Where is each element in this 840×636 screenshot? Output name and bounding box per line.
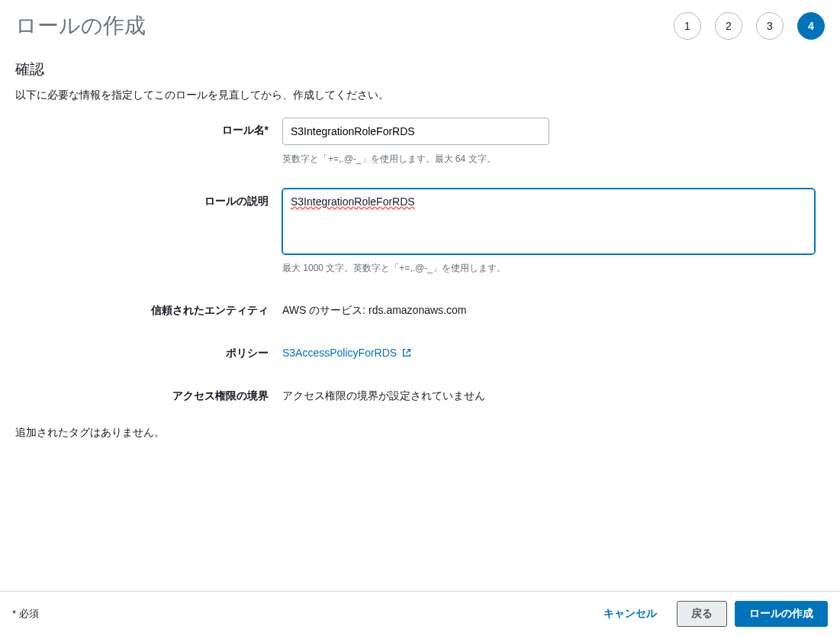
external-link-icon [401,347,412,358]
role-name-input[interactable] [282,118,549,145]
footer: * 必須 キャンセル 戻る ロールの作成 [0,591,840,636]
create-role-button[interactable]: ロールの作成 [735,601,828,627]
back-button[interactable]: 戻る [677,601,727,627]
cancel-button[interactable]: キャンセル [591,601,669,627]
page-title: ロールの作成 [15,11,146,40]
step-4[interactable]: 4 [797,12,825,40]
stepper: 1 2 3 4 [674,12,825,40]
section-title: 確認 [0,40,840,89]
permissions-boundary-value: アクセス権限の境界が設定されていません [282,383,825,403]
permissions-boundary-label: アクセス権限の境界 [0,383,282,403]
step-1[interactable]: 1 [674,12,701,40]
policies-label: ポリシー [0,341,282,360]
role-description-label: ロールの説明 [0,189,282,208]
trusted-entities-label: 信頼されたエンティティ [0,298,282,318]
policy-link[interactable]: S3AccessPolicyForRDS [282,341,412,359]
role-description-input[interactable]: S3IntegrationRoleForRDS [282,189,815,254]
required-note: * 必須 [12,607,39,621]
no-tags-message: 追加されたタグはありません。 [0,426,840,440]
trusted-entities-value: AWS のサービス: rds.amazonaws.com [282,298,825,318]
policy-link-text: S3AccessPolicyForRDS [282,347,397,359]
role-name-help: 英数字と「+=,.@-_」を使用します。最大 64 文字。 [282,153,825,166]
step-2[interactable]: 2 [715,12,742,40]
step-3[interactable]: 3 [756,12,784,40]
role-description-help: 最大 1000 文字。英数字と「+=,.@-_」を使用します。 [282,262,825,275]
role-name-label: ロール名* [0,118,282,137]
instruction-text: 以下に必要な情報を指定してこのロールを見直してから、作成してください。 [0,89,840,118]
